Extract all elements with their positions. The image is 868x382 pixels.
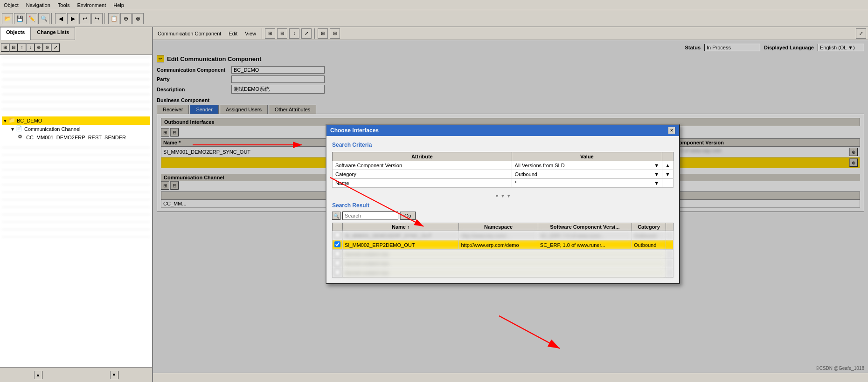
tab-change-lists[interactable]: Change Lists — [31, 27, 75, 40]
left-panel-content: ▼ 📁 BC_DEMO ▼ 📄 Communication Channel ⚙ … — [0, 55, 152, 367]
sec-btn-6[interactable]: ⊟ — [330, 28, 340, 39]
toolbar-btn-back[interactable]: ◀ — [55, 13, 66, 24]
result-row-1[interactable]: SI_MM001_DEMO2ERP_SYNC_OUT http://www.er… — [333, 231, 674, 240]
tree-node-cc-mm001[interactable]: ⚙ CC_MM001_DEMO2ERP_REST_SENDER — [17, 133, 150, 142]
sc-scroll-2[interactable]: ▼ — [662, 170, 674, 179]
sec-btn-2[interactable]: ⊟ — [277, 28, 287, 39]
left-panel-tabs: Objects Change Lists — [0, 27, 152, 40]
result-col-cat: Category — [632, 223, 666, 231]
toolbar-btn-4[interactable]: 🔍 — [38, 13, 49, 24]
modal-title: Choose Interfaces — [330, 127, 379, 134]
tree-filter-btn[interactable]: ⤢ — [51, 43, 60, 52]
modal-body: Search Criteria Attribute Value Software — [326, 136, 679, 283]
tree-expand-bc-demo[interactable]: ▼ — [3, 118, 8, 123]
menu-navigation[interactable]: Navigation — [22, 1, 54, 9]
cc-label: CC_MM001_DEMO2ERP_REST_SENDER — [26, 135, 126, 140]
menu-environment[interactable]: Environment — [73, 1, 110, 9]
search-criteria-title: Search Criteria — [332, 142, 674, 148]
scroll-down-btn[interactable]: ▼ — [110, 371, 118, 379]
search-bar: 🔍 Go — [332, 211, 674, 220]
tree-node-bc-demo[interactable]: ▼ 📁 BC_DEMO — [2, 116, 150, 125]
sc-scroll-1[interactable]: ▲ — [662, 161, 674, 170]
tree-expand-comm[interactable]: ▼ — [10, 127, 16, 132]
sec-sep-2 — [314, 28, 315, 39]
right-panel: Communication Component Edit View ⊞ ⊟ ↕ … — [153, 27, 868, 382]
result-cat-1: Outbound — [632, 231, 666, 240]
sec-menu-comm-comp[interactable]: Communication Component — [155, 30, 224, 37]
toolbar-btn-6[interactable]: ↪ — [91, 13, 103, 24]
toolbar-btn-1[interactable]: 📂 — [2, 13, 13, 24]
bottom-bar — [153, 373, 868, 382]
main-layout: Objects Change Lists ⊞ ⊟ ↑ ↓ ⊕ ⊖ ⤢ ▼ 📁 B… — [0, 27, 868, 382]
modal-title-bar: Choose Interfaces × — [326, 125, 679, 136]
content-area: Status In Process Displayed Language Eng… — [153, 40, 868, 373]
toolbar-btn-7[interactable]: 📋 — [108, 13, 119, 24]
result-check-1[interactable] — [333, 231, 343, 240]
result-cat-2: Outbound — [632, 240, 666, 250]
tab-objects[interactable]: Objects — [0, 27, 31, 40]
toolbar-btn-8[interactable]: ⊕ — [120, 13, 132, 24]
result-scroll-2 — [666, 240, 674, 250]
menu-tools[interactable]: Tools — [54, 1, 74, 9]
sec-btn-5[interactable]: ⊞ — [318, 28, 328, 39]
toolbar-btn-3[interactable]: ✏️ — [26, 13, 37, 24]
toolbar-btn-9[interactable]: ⊗ — [132, 13, 144, 24]
menu-help[interactable]: Help — [110, 1, 128, 9]
sc-val-1[interactable]: All Versions from SLD ▼ — [512, 161, 662, 170]
tree-children-comm: ⚙ CC_MM001_DEMO2ERP_REST_SENDER — [9, 133, 150, 142]
tree-expand-btn[interactable]: ⊞ — [1, 43, 9, 52]
comm-channel-icon: 📄 — [16, 125, 23, 133]
tree-down-btn[interactable]: ↓ — [26, 43, 35, 52]
sec-menu-view[interactable]: View — [242, 30, 259, 37]
search-criteria-table: Attribute Value Software Component Versi… — [332, 152, 674, 188]
menu-object[interactable]: Object — [0, 1, 22, 9]
sec-btn-corner[interactable]: ⤢ — [856, 28, 866, 39]
sc-scroll-3 — [662, 179, 674, 188]
result-col-ns: Namespace — [459, 223, 538, 231]
sec-btn-1[interactable]: ⊞ — [265, 28, 275, 39]
result-row-4[interactable]: blurred content row — [333, 259, 674, 268]
result-blurred-5: blurred content row — [343, 268, 666, 278]
result-row-5[interactable]: blurred content row — [333, 268, 674, 278]
left-panel-toolbar: ⊞ ⊟ ↑ ↓ ⊕ ⊖ ⤢ — [0, 40, 152, 55]
modal-close-btn[interactable]: × — [668, 127, 675, 134]
tree-node-comm-channel[interactable]: ▼ 📄 Communication Channel — [9, 125, 150, 133]
choose-interfaces-modal: Choose Interfaces × Search Criteria Attr… — [326, 124, 680, 284]
result-ns-2: http://www.erp.com/demo — [459, 240, 538, 250]
tree-collapse-btn[interactable]: ⊟ — [9, 43, 18, 52]
sc-val-2[interactable]: Outbound ▼ — [512, 170, 662, 179]
result-row-3[interactable]: blurred content row — [333, 250, 674, 259]
sc-row-1: Software Component Version All Versions … — [333, 161, 674, 170]
sc-col-attribute: Attribute — [333, 152, 512, 161]
sec-btn-4[interactable]: ⤢ — [301, 28, 312, 39]
cc-icon: ⚙ — [18, 134, 25, 141]
search-input[interactable] — [342, 211, 398, 220]
sec-btn-3[interactable]: ↕ — [289, 28, 299, 39]
result-check-2[interactable] — [333, 240, 343, 250]
toolbar-btn-2[interactable]: 💾 — [14, 13, 25, 24]
search-go-btn[interactable]: Go — [400, 211, 416, 220]
sec-sep-1 — [262, 28, 262, 39]
result-row-highlighted[interactable]: SI_MM002_ERP2DEMO_OUT http://www.erp.com… — [333, 240, 674, 250]
result-name-2: SI_MM002_ERP2DEMO_OUT — [343, 240, 459, 250]
toolbar-btn-5[interactable]: ↩ — [79, 13, 90, 24]
separator-1 — [51, 13, 53, 24]
sec-menu-edit[interactable]: Edit — [226, 30, 240, 37]
toolbar-btn-forward[interactable]: ▶ — [67, 13, 78, 24]
tree-up-btn[interactable]: ↑ — [18, 43, 26, 52]
result-check-3[interactable] — [333, 250, 343, 259]
scroll-up-btn[interactable]: ▲ — [34, 371, 42, 379]
expand-hint: ▼ ▼ ▼ — [332, 193, 674, 198]
sc-attr-1: Software Component Version — [333, 161, 512, 170]
sc-attr-2: Category — [333, 170, 512, 179]
result-col-check — [333, 223, 343, 231]
result-check-4[interactable] — [333, 259, 343, 268]
search-bar-icon-btn[interactable]: 🔍 — [332, 211, 340, 220]
comm-channel-label: Communication Channel — [24, 126, 80, 132]
sc-row-2: Category Outbound ▼ ▼ — [333, 170, 674, 179]
result-check-5[interactable] — [333, 268, 343, 278]
sc-val-3[interactable]: * ▼ — [512, 179, 662, 188]
tree-remove-btn[interactable]: ⊖ — [43, 43, 51, 52]
tree-add-btn[interactable]: ⊕ — [35, 43, 43, 52]
left-panel: Objects Change Lists ⊞ ⊟ ↑ ↓ ⊕ ⊖ ⤢ ▼ 📁 B… — [0, 27, 153, 382]
